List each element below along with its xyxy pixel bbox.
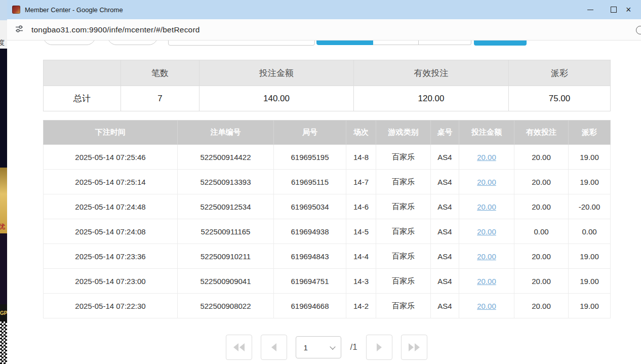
cell-payout: 19.00 (569, 145, 611, 170)
cell-game-type: 百家乐 (376, 219, 431, 244)
page-select[interactable]: 1 (296, 337, 341, 358)
cell-payout: 19.00 (569, 269, 611, 294)
bet-header-row: 下注时间 注单编号 局号 场次 游戏类别 桌号 投注金额 有效投注 派彩 (44, 120, 611, 145)
cell-session: 14-4 (346, 244, 376, 269)
toolbar-pill-button-2[interactable] (107, 41, 158, 45)
strip-segment: 优 (0, 168, 7, 233)
bet-row: 2025-05-14 07:24:48 522500912534 6196950… (44, 194, 611, 219)
bet-record-page: 笔数 投注金额 有效投注 派彩 总计 7 140.00 120.00 75.00 (7, 41, 610, 360)
cell-round-id: 619694668 (274, 294, 346, 318)
cell-bet-time: 2025-05-14 07:24:48 (44, 194, 178, 219)
bet-row: 2025-05-14 07:23:00 522500909041 6196947… (44, 269, 611, 294)
cell-order-id: 522500910211 (178, 244, 274, 269)
window-titlebar: Member Center - Google Chrome × (7, 0, 641, 19)
cell-order-id: 522500914422 (178, 145, 274, 170)
strip-text-fragment: 度 (0, 38, 5, 48)
cell-table-no: AS4 (431, 145, 459, 170)
header-bet-time: 下注时间 (44, 120, 178, 145)
cell-payout: 19.00 (569, 294, 611, 318)
app-icon (12, 6, 20, 14)
pagination: 1 /1 (43, 335, 610, 360)
cell-bet-amount: 20.00 (459, 244, 514, 269)
cell-table-no: AS4 (431, 194, 459, 219)
bet-amount-link[interactable]: 20.00 (477, 203, 496, 211)
summary-bet-amount-value: 140.00 (199, 86, 354, 111)
summary-header-valid-bet: 有效投注 (354, 60, 509, 86)
maximize-button[interactable] (602, 0, 625, 19)
cell-order-id: 522500911165 (178, 219, 274, 244)
strip-segment (0, 49, 7, 168)
prev-page-button[interactable] (261, 335, 287, 360)
cell-bet-amount: 20.00 (459, 294, 514, 318)
page-select-wrap: 1 (296, 336, 341, 358)
toolbar-pill-button-1[interactable] (43, 41, 96, 45)
bet-row: 2025-05-14 07:23:36 522500910211 6196948… (44, 244, 611, 269)
cell-payout: -20.00 (569, 194, 611, 219)
double-left-arrow-icon (233, 343, 238, 351)
cell-session: 14-2 (346, 294, 376, 318)
strip-segment: 度 (0, 20, 7, 49)
cell-order-id: 522500908022 (178, 294, 274, 318)
cell-bet-amount: 20.00 (459, 219, 514, 244)
cell-valid-bet: 20.00 (514, 294, 569, 318)
cell-session: 14-5 (346, 219, 376, 244)
url-input[interactable]: tongbao31.com:9900/infe/mcenter/#/betRec… (31, 25, 200, 34)
bet-amount-link[interactable]: 20.00 (477, 153, 496, 161)
cell-session: 14-7 (346, 170, 376, 194)
cell-bet-amount: 20.00 (459, 145, 514, 170)
bet-amount-link[interactable]: 20.00 (477, 227, 496, 236)
cell-game-type: 百家乐 (376, 269, 431, 294)
minimize-button[interactable] (579, 0, 602, 19)
cell-bet-time: 2025-05-14 07:23:36 (44, 244, 178, 269)
summary-header-count: 笔数 (121, 60, 199, 86)
header-order-id: 注单编号 (178, 120, 274, 145)
last-page-button[interactable] (401, 335, 427, 360)
cell-valid-bet: 0.00 (514, 219, 569, 244)
cell-table-no: AS4 (431, 170, 459, 194)
cell-order-id: 522500913393 (178, 170, 274, 194)
cell-session: 14-3 (346, 269, 376, 294)
cell-bet-amount: 20.00 (459, 194, 514, 219)
bet-amount-link[interactable]: 20.00 (477, 252, 496, 261)
quick-filter-button-3[interactable] (419, 41, 471, 45)
profile-icon[interactable] (636, 26, 641, 34)
cell-game-type: 百家乐 (376, 294, 431, 318)
tune-icon[interactable] (15, 24, 24, 35)
bet-row: 2025-05-14 07:25:46 522500914422 6196951… (44, 145, 611, 170)
bet-row: 2025-05-14 07:22:30 522500908022 6196946… (44, 294, 611, 318)
cell-bet-time: 2025-05-14 07:23:00 (44, 269, 178, 294)
cell-table-no: AS4 (431, 244, 459, 269)
header-valid-bet: 有效投注 (514, 120, 569, 145)
bet-amount-link[interactable]: 20.00 (477, 302, 496, 310)
bet-record-table: 下注时间 注单编号 局号 场次 游戏类别 桌号 投注金额 有效投注 派彩 (43, 120, 611, 318)
search-button[interactable] (474, 41, 527, 46)
cell-game-type: 百家乐 (376, 145, 431, 170)
bet-amount-link[interactable]: 20.00 (477, 277, 496, 286)
next-page-button[interactable] (366, 335, 392, 360)
cell-table-no: AS4 (431, 269, 459, 294)
filter-toolbar (7, 41, 641, 46)
first-page-button[interactable] (226, 335, 252, 360)
header-session: 场次 (346, 120, 376, 145)
close-button[interactable]: × (625, 0, 641, 19)
toolbar-input[interactable] (168, 41, 315, 46)
chrome-window: Member Center - Google Chrome × tongbao3… (7, 0, 641, 364)
cell-round-id: 619694751 (274, 269, 346, 294)
address-bar: tongbao31.com:9900/infe/mcenter/#/betRec… (7, 19, 641, 41)
cell-valid-bet: 20.00 (514, 244, 569, 269)
bet-amount-link[interactable]: 20.00 (477, 178, 496, 186)
summary-header-bet-amount: 投注金额 (199, 60, 354, 86)
strip-text-fragment: GP (0, 304, 7, 321)
summary-valid-bet-value: 120.00 (354, 86, 509, 111)
cell-game-type: 百家乐 (376, 194, 431, 219)
cell-session: 14-6 (346, 194, 376, 219)
double-right-arrow-icon (409, 343, 414, 351)
cell-order-id: 522500909041 (178, 269, 274, 294)
cell-bet-time: 2025-05-14 07:24:08 (44, 219, 178, 244)
maximize-icon (611, 7, 617, 13)
quick-filter-button-2[interactable] (373, 41, 419, 45)
header-bet-amount: 投注金额 (459, 120, 514, 145)
quick-filter-active-button[interactable] (316, 41, 373, 45)
double-right-arrow-icon (415, 343, 420, 351)
window-title: Member Center - Google Chrome (25, 6, 123, 14)
